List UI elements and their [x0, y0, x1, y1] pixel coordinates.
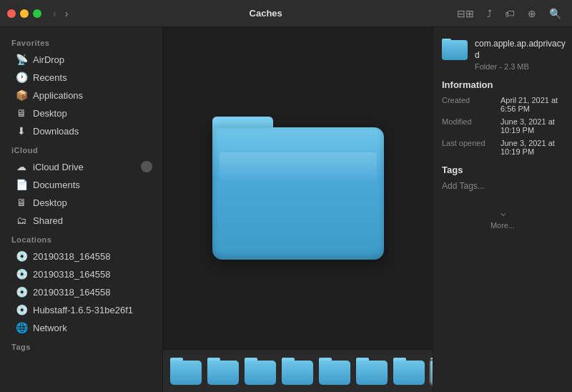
- title-bar: ‹ › Caches ⊟⊞ ⤴ 🏷 ⊕ 🔍: [0, 0, 572, 27]
- applications-icon: 📦: [16, 89, 27, 101]
- bottom-folder-8[interactable]: [430, 358, 433, 385]
- bottom-folder-6-body: [356, 361, 388, 385]
- more-button[interactable]: ⌄ More...: [442, 205, 563, 230]
- desktop-icon: 🖥: [16, 107, 27, 119]
- bottom-folder-5[interactable]: [319, 358, 350, 385]
- loc1-label: 20190318_164558: [33, 251, 152, 262]
- icloud-drive-label: iCloud Drive: [33, 162, 135, 172]
- panel-header: com.apple.ap.adprivacy d Folder - 2.3 MB: [442, 39, 563, 71]
- more-chevron-icon: ⌄: [442, 205, 563, 219]
- panel-folder-name: com.apple.ap.adprivacy d: [475, 39, 566, 61]
- desktop-icloud-label: Desktop: [33, 197, 152, 208]
- icloud-section-title: iCloud: [0, 140, 162, 157]
- hubstaff-icon: 💿: [16, 304, 27, 315]
- more-icon[interactable]: ⊕: [524, 6, 540, 21]
- view-options-icon[interactable]: ⊟⊞: [453, 6, 478, 21]
- nav-arrows: ‹ ›: [50, 6, 71, 21]
- bottom-folder-5-body: [319, 361, 350, 385]
- sidebar-item-loc3[interactable]: 💿 20190318_164558: [4, 283, 158, 300]
- bottom-folder-6[interactable]: [356, 358, 388, 385]
- right-panel: com.apple.ap.adprivacy d Folder - 2.3 MB…: [433, 27, 572, 392]
- sidebar-item-loc2[interactable]: 💿 20190318_164558: [4, 265, 158, 283]
- icloud-badge: [141, 161, 152, 172]
- recents-icon: 🕐: [16, 72, 27, 83]
- search-icon[interactable]: 🔍: [546, 6, 565, 21]
- last-opened-key: Last opened: [442, 139, 499, 156]
- sidebar-item-documents[interactable]: 📄 Documents: [4, 176, 158, 193]
- shared-label: Shared: [33, 215, 152, 226]
- add-tags-button[interactable]: Add Tags...: [442, 181, 485, 191]
- close-button[interactable]: [7, 9, 16, 18]
- tags-section: Tags Add Tags...: [442, 165, 563, 191]
- created-value: April 21, 2021 at 6:56 PM: [500, 96, 563, 113]
- downloads-label: Downloads: [33, 126, 152, 137]
- sidebar: Favorites 📡 AirDrop 🕐 Recents 📦 Applicat…: [0, 27, 163, 392]
- maximize-button[interactable]: [33, 9, 41, 18]
- recents-label: Recents: [33, 72, 152, 83]
- window-controls: [7, 9, 41, 18]
- folder-large-icon: [212, 117, 384, 260]
- bottom-folder-3-body: [245, 361, 276, 385]
- panel-folder-info: com.apple.ap.adprivacy d Folder - 2.3 MB: [475, 39, 566, 71]
- shared-icon: 🗂: [16, 215, 27, 226]
- bottom-folder-8-body: [430, 361, 433, 385]
- sidebar-item-downloads[interactable]: ⬇ Downloads: [4, 122, 158, 139]
- folder-preview: [163, 27, 433, 349]
- network-label: Network: [33, 323, 152, 333]
- share-icon[interactable]: ⤴: [483, 6, 495, 21]
- modified-value: June 3, 2021 at 10:19 PM: [500, 117, 563, 134]
- loc2-label: 20190318_164558: [33, 269, 152, 280]
- documents-icon: 📄: [16, 179, 27, 190]
- bottom-folder-2[interactable]: [207, 358, 239, 385]
- bottom-folder-4[interactable]: [282, 358, 313, 385]
- locations-section-title: Locations: [0, 230, 162, 247]
- bottom-folder-2-body: [207, 361, 239, 385]
- bottom-folder-3[interactable]: [245, 358, 276, 385]
- folder-shine: [220, 152, 377, 181]
- sidebar-item-icloud-drive[interactable]: ☁ iCloud Drive: [4, 158, 158, 175]
- favorites-section-title: Favorites: [0, 33, 162, 50]
- bottom-strip: [163, 349, 433, 392]
- bottom-folder-7-body: [393, 361, 425, 385]
- panel-folder-type: Folder - 2.3 MB: [475, 62, 566, 71]
- bottom-folder-1[interactable]: [170, 358, 202, 385]
- main-area: Favorites 📡 AirDrop 🕐 Recents 📦 Applicat…: [0, 27, 572, 392]
- sidebar-item-shared[interactable]: 🗂 Shared: [4, 212, 158, 229]
- sidebar-item-hubstaff[interactable]: 💿 Hubstaff-1.6.5-31be26f1 ⏏: [4, 301, 158, 318]
- applications-label: Applications: [33, 90, 152, 101]
- last-opened-value: June 3, 2021 at 10:19 PM: [500, 139, 563, 156]
- desktop-icloud-icon: 🖥: [16, 197, 27, 208]
- sidebar-item-network[interactable]: 🌐 Network: [4, 319, 158, 336]
- modified-key: Modified: [442, 117, 499, 134]
- content-area: [163, 27, 433, 392]
- hubstaff-label: Hubstaff-1.6.5-31be26f1: [33, 305, 139, 315]
- toolbar-right: ⊟⊞ ⤴ 🏷 ⊕ 🔍: [453, 6, 565, 21]
- breadcrumb-title: Caches: [78, 8, 453, 19]
- network-icon: 🌐: [16, 322, 27, 333]
- sidebar-item-recents[interactable]: 🕐 Recents: [4, 69, 158, 86]
- bottom-folder-4-body: [282, 361, 313, 385]
- airdrop-icon: 📡: [16, 54, 27, 65]
- created-row: Created April 21, 2021 at 6:56 PM: [442, 96, 563, 113]
- back-arrow[interactable]: ‹: [50, 6, 59, 21]
- sidebar-item-loc1[interactable]: 💿 20190318_164558: [4, 248, 158, 265]
- downloads-icon: ⬇: [16, 125, 27, 137]
- loc3-label: 20190318_164558: [33, 287, 152, 298]
- documents-label: Documents: [33, 180, 152, 190]
- loc1-icon: 💿: [16, 250, 27, 262]
- sidebar-item-desktop-icloud[interactable]: 🖥 Desktop: [4, 194, 158, 211]
- bottom-folder-7[interactable]: [393, 358, 425, 385]
- tag-icon[interactable]: 🏷: [501, 6, 518, 21]
- tags-section-title: Tags: [0, 337, 162, 354]
- created-key: Created: [442, 96, 499, 113]
- sidebar-item-desktop[interactable]: 🖥 Desktop: [4, 104, 158, 122]
- modified-row: Modified June 3, 2021 at 10:19 PM: [442, 117, 563, 134]
- sidebar-item-airdrop[interactable]: 📡 AirDrop: [4, 51, 158, 68]
- more-label: More...: [490, 221, 515, 230]
- bottom-folder-1-body: [170, 361, 202, 385]
- loc2-icon: 💿: [16, 268, 27, 280]
- forward-arrow[interactable]: ›: [62, 6, 72, 21]
- sidebar-item-applications[interactable]: 📦 Applications: [4, 87, 158, 104]
- minimize-button[interactable]: [20, 9, 29, 18]
- icloud-drive-icon: ☁: [16, 161, 27, 172]
